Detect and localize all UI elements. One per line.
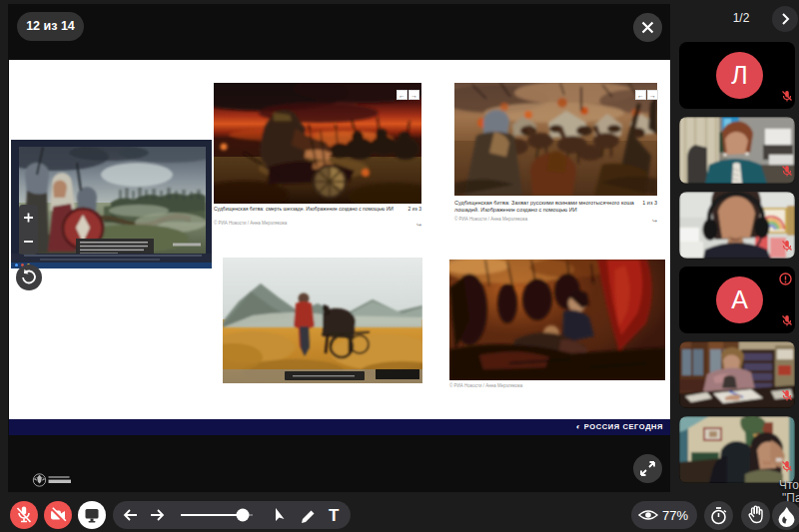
svg-text:T: T [329, 506, 340, 525]
